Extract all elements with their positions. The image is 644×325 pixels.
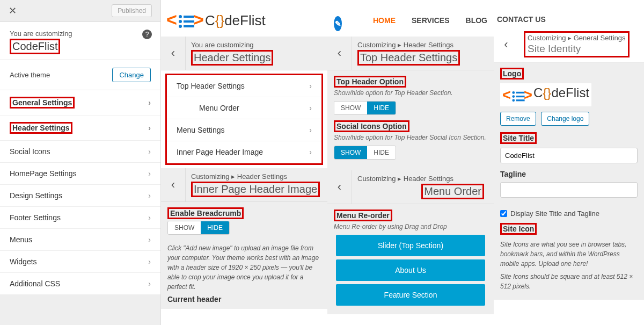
enable-breadcrumb-label: Enable Breadcrumb <box>167 207 244 219</box>
close-icon[interactable]: ✕ <box>9 5 17 17</box>
menu-reorder-panel: Menu Re-order Menu Re-order by using Dra… <box>327 204 494 314</box>
logo-preview: < > C{}deFlist <box>500 83 591 106</box>
display-title-label: Display Site Title and Tagline <box>510 210 599 218</box>
menu-order-breadcrumb: ‹ Customizing ▸ Header Settings Menu Ord… <box>327 170 494 204</box>
panel-title: Header Settings <box>191 50 273 66</box>
chevron-right-icon: › <box>148 191 151 200</box>
logo-icon: < > <box>166 10 204 31</box>
site-icon-help-2: Site Icons should be square and at least… <box>500 272 638 291</box>
header-image-help: Click "Add new image" to upload an image… <box>167 243 321 292</box>
top-header-option-label: Top Header Option <box>334 76 406 88</box>
site-icon-help-1: Site Icons are what you see in browser t… <box>500 240 638 269</box>
toggle-show[interactable]: SHOW <box>334 146 367 159</box>
svg-point-13 <box>512 99 515 102</box>
chevron-right-icon: › <box>148 124 151 132</box>
sidebar-item-additional-css[interactable]: Additional CSS› <box>0 273 160 295</box>
site-identity-panel: CONTACT US ‹ Customizing ▸ General Setti… <box>494 0 644 325</box>
chevron-right-icon: › <box>148 279 151 288</box>
svg-rect-12 <box>516 96 525 97</box>
breadcrumb-path: Customizing ▸ Header Settings <box>357 41 488 49</box>
active-theme-row: Active theme Change <box>0 60 160 90</box>
toggle-hide[interactable]: HIDE <box>201 221 229 234</box>
reorder-item-slider[interactable]: Slider (Top Section) <box>336 235 485 256</box>
section-top-header-settings[interactable]: Top Header Settings› <box>167 75 321 97</box>
nav-contact[interactable]: CONTACT US <box>494 0 644 27</box>
site-identity-options: Logo < > C{}deFlist Remove Change logo S… <box>494 62 644 300</box>
logo-icon: < > <box>502 87 532 104</box>
panel-title: Site Identity <box>528 43 626 55</box>
panel-title: Inner Page Header Image <box>191 182 320 197</box>
remove-logo-button[interactable]: Remove <box>500 112 536 126</box>
svg-text:<: < <box>502 87 511 103</box>
sidebar-item-general-settings[interactable]: General Settings› <box>0 90 160 115</box>
sidebar-item-social-icons[interactable]: Social Icons› <box>0 141 160 163</box>
top-header-toggle[interactable]: SHOW HIDE <box>334 101 396 115</box>
svg-point-11 <box>512 95 515 98</box>
change-theme-button[interactable]: Change <box>112 68 151 82</box>
back-icon[interactable]: ‹ <box>161 37 186 70</box>
sidebar-item-design-settings[interactable]: Design Settings› <box>0 185 160 207</box>
change-logo-button[interactable]: Change logo <box>541 112 589 126</box>
toggle-show[interactable]: SHOW <box>334 102 367 114</box>
tagline-input[interactable] <box>500 182 638 198</box>
display-title-checkbox-input[interactable] <box>500 210 507 217</box>
back-icon[interactable]: ‹ <box>327 170 352 204</box>
reorder-item-about[interactable]: About Us <box>336 259 485 281</box>
breadcrumb-path: Customizing ▸ General Settings <box>528 34 626 42</box>
chevron-right-icon: › <box>309 126 312 134</box>
header-settings-sections: Top Header Settings› Menu Order› Menu Se… <box>161 74 327 165</box>
social-icons-toggle[interactable]: SHOW HIDE <box>334 146 396 160</box>
svg-rect-4 <box>184 20 194 23</box>
site-identity-breadcrumb: ‹ Customizing ▸ General Settings Site Id… <box>494 27 644 62</box>
publish-button[interactable]: Published <box>112 4 152 17</box>
breadcrumb-toggle[interactable]: SHOW HIDE <box>167 221 230 235</box>
back-icon[interactable]: ‹ <box>494 28 518 61</box>
top-header-option-desc: Show/hide option for Top Header Section. <box>334 89 487 97</box>
logo-text: C{}deFlist <box>205 12 266 29</box>
menu-reorder-label: Menu Re-order <box>334 210 392 221</box>
logo-label: Logo <box>500 68 524 80</box>
nav-home[interactable]: HOME <box>373 16 396 31</box>
active-theme-label: Active theme <box>10 71 50 79</box>
svg-text:>: > <box>524 87 532 103</box>
inner-page-options: Enable Breadcrumb SHOW HIDE Click "Add n… <box>161 202 327 309</box>
display-title-checkbox[interactable]: Display Site Title and Tagline <box>500 210 638 218</box>
top-header-breadcrumb: ‹ Customizing ▸ Header Settings Top Head… <box>327 37 494 70</box>
reorder-item-feature[interactable]: Feature Section <box>336 284 485 306</box>
customizer-topbar: ✕ Published <box>0 0 160 22</box>
current-header-label: Current header <box>167 295 321 304</box>
toggle-show[interactable]: SHOW <box>168 221 201 234</box>
section-inner-page-header-image[interactable]: Inner Page Header Image› <box>167 141 321 163</box>
chevron-right-icon: › <box>148 147 151 156</box>
toggle-hide[interactable]: HIDE <box>367 102 396 114</box>
site-title-input[interactable] <box>500 148 638 163</box>
chevron-right-icon: › <box>148 213 151 222</box>
nav-services[interactable]: SERVICES <box>412 16 450 31</box>
chevron-right-icon: › <box>148 257 151 266</box>
site-name: CodeFlist <box>10 39 60 54</box>
logo-text: C{}deFlist <box>533 85 589 100</box>
sidebar-item-footer-settings[interactable]: Footer Settings› <box>0 207 160 229</box>
back-icon[interactable]: ‹ <box>161 168 186 201</box>
sidebar-item-homepage-settings[interactable]: HomePage Settings› <box>0 163 160 185</box>
nav-blog[interactable]: BLOG <box>466 16 487 31</box>
svg-point-5 <box>179 25 182 28</box>
toggle-hide[interactable]: HIDE <box>367 146 396 159</box>
chevron-right-icon: › <box>309 104 312 112</box>
help-icon[interactable]: ? <box>142 30 152 39</box>
sidebar-item-header-settings[interactable]: Header Settings› <box>0 115 160 141</box>
chevron-right-icon: › <box>309 148 312 156</box>
section-menu-order[interactable]: Menu Order› <box>167 97 321 119</box>
site-title-label: Site Title <box>500 132 537 144</box>
panel-title: Top Header Settings <box>357 50 460 66</box>
social-icons-option-desc: Show/hide option for Top Header Social I… <box>334 134 487 141</box>
back-icon[interactable]: ‹ <box>327 37 352 70</box>
section-menu-settings[interactable]: Menu Settings› <box>167 119 321 141</box>
social-icons-option-label: Social Icons Option <box>334 120 409 132</box>
sidebar-item-menus[interactable]: Menus› <box>0 229 160 251</box>
svg-text:<: < <box>166 10 177 30</box>
breadcrumb-path: Customizing ▸ Header Settings <box>191 172 322 180</box>
sidebar-item-widgets[interactable]: Widgets› <box>0 251 160 273</box>
customizing-label: You are customizing <box>10 30 151 38</box>
edit-shortcut-icon[interactable]: ✎ <box>334 16 342 31</box>
